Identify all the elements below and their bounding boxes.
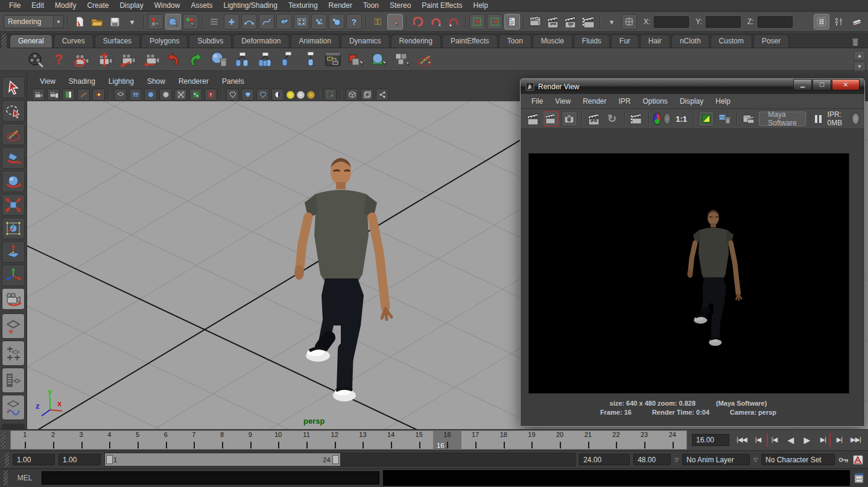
- camera-attributes-icon[interactable]: [32, 89, 45, 101]
- timeline-frame-4[interactable]: 4: [95, 431, 124, 449]
- range-bar[interactable]: 1 24: [105, 453, 340, 466]
- shelf-tab-hair[interactable]: Hair: [640, 34, 670, 48]
- bookmark-icon[interactable]: [47, 89, 60, 101]
- shelf-scroll-up-icon[interactable]: ▲: [854, 51, 866, 60]
- shadows-icon[interactable]: [189, 89, 202, 101]
- range-start-handle[interactable]: [106, 455, 113, 464]
- share-views-icon[interactable]: [376, 89, 388, 101]
- menu-item-toon[interactable]: Toon: [358, 1, 384, 10]
- shelf-tab-polygons[interactable]: Polygons: [141, 34, 188, 48]
- command-grip[interactable]: [4, 471, 8, 485]
- panel-menu-item-lighting[interactable]: Lighting: [102, 77, 141, 86]
- last-tool-used[interactable]: [2, 288, 25, 310]
- shelf-tab-subdivs[interactable]: Subdivs: [189, 34, 232, 48]
- play-backwards-button[interactable]: ◀: [783, 433, 798, 447]
- menu-item-texturing[interactable]: Texturing: [283, 1, 323, 10]
- paint-selection-tool[interactable]: [2, 124, 25, 145]
- shelf-tab-curves[interactable]: Curves: [54, 34, 93, 48]
- y-coord-input[interactable]: [706, 16, 741, 28]
- script-editor-icon[interactable]: [854, 472, 864, 484]
- z-coord-input[interactable]: [758, 16, 793, 28]
- camera-gate-icon[interactable]: [271, 89, 284, 101]
- refresh-ipr-icon[interactable]: [604, 111, 620, 127]
- new-scene-icon[interactable]: [72, 14, 87, 30]
- anim-layer-dropdown-icon[interactable]: ▽: [674, 457, 679, 463]
- menu-item-lighting-shading[interactable]: Lighting/Shading: [218, 1, 282, 10]
- timeline-frame-2[interactable]: 2: [39, 431, 68, 449]
- input-operations-icon[interactable]: [346, 14, 362, 30]
- snap-curve-icon[interactable]: [259, 14, 274, 30]
- timeline-frame-15[interactable]: 15: [405, 431, 433, 449]
- keying-magnet2-icon[interactable]: [446, 14, 461, 30]
- save-scene-icon[interactable]: [107, 14, 122, 30]
- character-model[interactable]: [273, 145, 403, 404]
- timeline-frame-23[interactable]: 23: [630, 431, 659, 449]
- shelf-tab-ncloth[interactable]: nCloth: [671, 34, 709, 48]
- snap-grid-icon[interactable]: [206, 14, 222, 30]
- sidebar-expand-icon[interactable]: [604, 14, 619, 30]
- menu-item-create[interactable]: Create: [81, 1, 114, 10]
- shelf-tab-animation[interactable]: Animation: [291, 34, 340, 48]
- default-lighting-icon[interactable]: [159, 89, 172, 101]
- hypershade-icon[interactable]: [325, 51, 343, 69]
- timeline-frame-17[interactable]: 17: [461, 431, 490, 449]
- go-to-start-button[interactable]: |◀◀: [734, 433, 749, 447]
- light-yellow-icon[interactable]: [287, 91, 294, 99]
- menu-item-window[interactable]: Window: [149, 1, 186, 10]
- shaded-mode-icon[interactable]: [129, 89, 142, 101]
- select-tool[interactable]: [2, 77, 25, 98]
- timeline-frame-6[interactable]: 6: [151, 431, 180, 449]
- utility-node-icon[interactable]: [302, 51, 320, 69]
- timeline-frame-19[interactable]: 19: [518, 431, 546, 449]
- menu-set-selector[interactable]: Rendering ▼: [4, 15, 64, 28]
- select-region-icon[interactable]: [324, 89, 337, 101]
- snap-mode-icon[interactable]: [148, 14, 163, 30]
- render-view-menu-item-render[interactable]: Render: [577, 97, 612, 105]
- render-view-menu-item-display[interactable]: Display: [674, 97, 709, 105]
- render-view-menu-item-options[interactable]: Options: [637, 97, 674, 105]
- assign-material-icon[interactable]: [370, 51, 388, 69]
- command-language-label[interactable]: MEL: [11, 474, 38, 482]
- maximize-button[interactable]: ▢: [813, 79, 831, 90]
- shelf-tab-rendering[interactable]: Rendering: [391, 34, 441, 48]
- range-track[interactable]: 1 24: [104, 453, 575, 467]
- shading-network-node-icon[interactable]: [256, 51, 274, 69]
- render-region-icon[interactable]: [629, 111, 644, 127]
- move-tool[interactable]: [2, 147, 25, 169]
- scale-tool[interactable]: [2, 194, 25, 216]
- timeline-frame-10[interactable]: 10: [264, 431, 293, 449]
- timeline-frame-24[interactable]: 24: [658, 431, 686, 449]
- shelf-tab-dynamics[interactable]: Dynamics: [341, 34, 390, 48]
- character-set-dropdown-icon[interactable]: ▽: [753, 457, 758, 463]
- show-manipulator-tool[interactable]: [2, 265, 25, 286]
- frame-all-icon[interactable]: [361, 89, 373, 101]
- textured-mode-icon[interactable]: [144, 89, 157, 101]
- menu-item-display[interactable]: Display: [114, 1, 148, 10]
- snap-view-icon[interactable]: [311, 14, 327, 30]
- tool-settings-toggle-icon[interactable]: [831, 14, 847, 30]
- open-render-settings-icon[interactable]: “”: [741, 111, 756, 127]
- playback-start-field[interactable]: 1.00: [59, 454, 101, 465]
- menu-item-stereo[interactable]: Stereo: [384, 1, 416, 10]
- texture-cubes-icon[interactable]: [393, 51, 411, 69]
- timeline-grip[interactable]: [1, 432, 5, 448]
- timeline-frame-12[interactable]: 12: [320, 431, 349, 449]
- menu-item-modify[interactable]: Modify: [49, 1, 81, 10]
- wireframe-mode-icon[interactable]: [114, 89, 127, 101]
- render-camera-track-icon[interactable]: [141, 51, 159, 69]
- shading-group-node-icon[interactable]: [233, 51, 251, 69]
- render-view-menu-item-help[interactable]: Help: [709, 97, 737, 105]
- menu-item-edit[interactable]: Edit: [26, 1, 49, 10]
- ipr-render-icon[interactable]: IPR: [586, 111, 602, 127]
- textures-icon[interactable]: T: [204, 89, 217, 101]
- range-grip[interactable]: [5, 453, 9, 467]
- redo-icon[interactable]: [187, 51, 205, 69]
- render-globe-icon[interactable]: [27, 51, 45, 69]
- snapshot-icon[interactable]: [562, 111, 577, 127]
- attribute-editor-toggle-icon[interactable]: [814, 14, 829, 30]
- step-back-frame-button[interactable]: |◀: [750, 433, 765, 447]
- snap-curves-icon[interactable]: [224, 14, 239, 30]
- paint-assign-icon[interactable]: [416, 51, 434, 69]
- menu-item-paint-effects[interactable]: Paint Effects: [416, 1, 467, 10]
- timeline-frame-11[interactable]: 11: [293, 431, 321, 449]
